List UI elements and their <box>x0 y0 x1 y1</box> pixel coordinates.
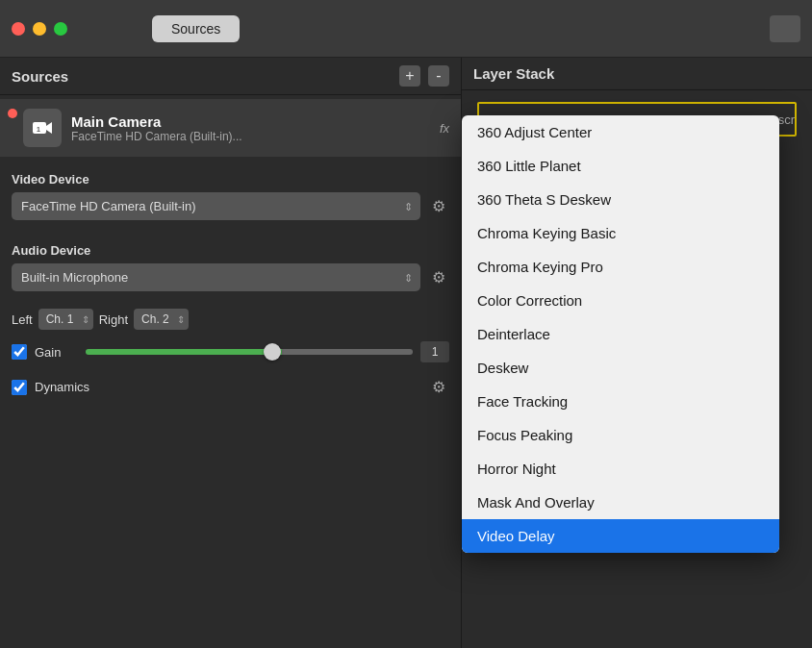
left-panel: Sources + - 1 Main Camera FaceTime HD Ca… <box>0 58 462 648</box>
dropdown-item-horror-night[interactable]: Horror Night <box>462 452 779 486</box>
title-bar-right-button[interactable] <box>770 15 800 42</box>
svg-marker-1 <box>46 122 52 134</box>
gain-slider-container[interactable] <box>86 342 413 361</box>
sources-panel-header: Sources + - <box>0 58 461 95</box>
source-info: Main Camera FaceTime HD Camera (Built-in… <box>71 113 436 143</box>
dropdown-item-360-theta-s-deskew[interactable]: 360 Theta S Deskew <box>462 183 779 216</box>
svg-text:1: 1 <box>37 126 40 133</box>
dropdown-item-focus-peaking[interactable]: Focus Peaking <box>462 418 779 452</box>
right-channel-label: Right <box>99 312 128 327</box>
source-subtitle: FaceTime HD Camera (Built-in)... <box>71 130 436 143</box>
source-item[interactable]: 1 Main Camera FaceTime HD Camera (Built-… <box>0 99 461 157</box>
close-button[interactable] <box>12 22 25 36</box>
dropdown-item-mask-and-overlay[interactable]: Mask And Overlay <box>462 486 779 519</box>
dropdown-item-video-delay[interactable]: Video Delay <box>462 519 779 553</box>
filter-dropdown-menu: 360 Adjust Center 360 Little Planet 360 … <box>462 115 779 553</box>
video-device-section: Video Device FaceTime HD Camera (Built-i… <box>0 161 461 232</box>
panel-buttons: + - <box>399 65 449 87</box>
gain-slider-thumb[interactable] <box>264 343 281 361</box>
left-channel-label: Left <box>12 312 33 327</box>
traffic-lights <box>12 22 67 36</box>
source-active-indicator <box>8 109 17 118</box>
title-bar: Sources <box>0 0 812 58</box>
gain-checkbox[interactable] <box>12 344 27 360</box>
dropdown-item-360-little-planet[interactable]: 360 Little Planet <box>462 149 779 183</box>
audio-device-select[interactable]: Built-in Microphone <box>12 263 420 291</box>
dynamics-row: Dynamics ⚙ <box>0 368 461 406</box>
gain-value: 1 <box>420 341 449 362</box>
left-channel-select-wrapper: Ch. 1 ⇕ <box>38 309 93 330</box>
source-camera-icon: 1 <box>23 109 62 147</box>
source-fx-label: fx <box>440 121 449 136</box>
dropdown-item-deinterlace[interactable]: Deinterlace <box>462 317 779 351</box>
layer-stack-header: Layer Stack <box>462 58 812 90</box>
dropdown-item-deskew[interactable]: Deskew <box>462 351 779 385</box>
gain-slider-track <box>86 349 413 355</box>
layer-stack-title: Layer Stack <box>473 65 554 82</box>
dropdown-item-color-correction[interactable]: Color Correction <box>462 284 779 317</box>
right-panel: Layer Stack scr 360 Adjust Center 360 Li… <box>462 58 812 648</box>
video-device-select[interactable]: FaceTime HD Camera (Built-in) <box>12 192 420 220</box>
sources-panel-title: Sources <box>12 68 68 85</box>
audio-device-select-wrapper: Built-in Microphone ⇕ <box>12 263 420 291</box>
video-device-gear-button[interactable]: ⚙ <box>428 193 449 219</box>
main-layout: Sources + - 1 Main Camera FaceTime HD Ca… <box>0 58 812 648</box>
left-channel-select[interactable]: Ch. 1 <box>38 309 93 330</box>
audio-device-label: Audio Device <box>12 243 449 258</box>
dynamics-label: Dynamics <box>35 380 89 394</box>
source-name: Main Camera <box>71 113 436 130</box>
right-channel-select-wrapper: Ch. 2 ⇕ <box>134 309 189 330</box>
right-channel-select[interactable]: Ch. 2 <box>134 309 189 330</box>
dropdown-item-chroma-keying-pro[interactable]: Chroma Keying Pro <box>462 250 779 284</box>
gain-row: Gain 1 <box>0 336 461 368</box>
dropdown-item-chroma-keying-basic[interactable]: Chroma Keying Basic <box>462 216 779 250</box>
dynamics-gear-button[interactable]: ⚙ <box>428 374 449 400</box>
dropdown-item-face-tracking[interactable]: Face Tracking <box>462 385 779 418</box>
minimize-button[interactable] <box>33 22 46 36</box>
remove-source-button[interactable]: - <box>428 65 449 87</box>
scroll-label: scr <box>778 112 795 127</box>
add-source-button[interactable]: + <box>399 65 420 87</box>
gain-label: Gain <box>35 345 78 360</box>
video-device-select-wrapper: FaceTime HD Camera (Built-in) ⇕ <box>12 192 420 220</box>
sources-title-button[interactable]: Sources <box>152 15 240 42</box>
audio-device-section: Audio Device Built-in Microphone ⇕ ⚙ <box>0 232 461 303</box>
dynamics-checkbox[interactable] <box>12 380 27 395</box>
video-device-row: FaceTime HD Camera (Built-in) ⇕ ⚙ <box>12 192 449 220</box>
dropdown-item-360-adjust-center[interactable]: 360 Adjust Center <box>462 115 779 149</box>
channel-row: Left Ch. 1 ⇕ Right Ch. 2 ⇕ <box>0 303 461 336</box>
audio-device-gear-button[interactable]: ⚙ <box>428 264 449 290</box>
video-device-label: Video Device <box>12 172 449 187</box>
audio-device-row: Built-in Microphone ⇕ ⚙ <box>12 263 449 291</box>
maximize-button[interactable] <box>54 22 67 36</box>
